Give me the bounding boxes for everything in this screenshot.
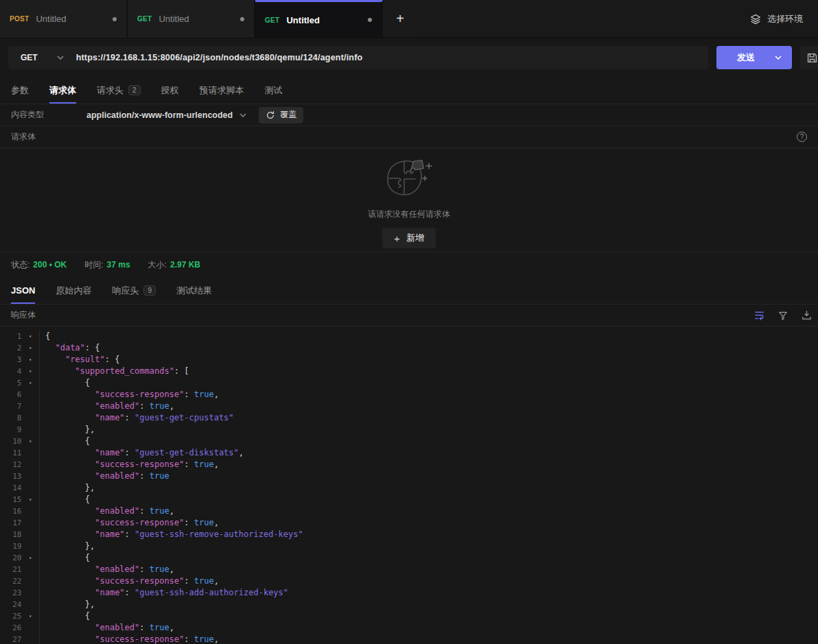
response-section-tab[interactable]: 原始内容 [56,277,91,304]
code-line: 22 "success-response": true, [0,575,818,587]
line-number: 23 [0,587,21,599]
line-number: 19 [0,540,21,552]
gutter: 21 [0,564,40,575]
response-section-tab-label: JSON [11,285,35,296]
code-text: "name": "guest-ssh-add-authorized-keys" [40,587,288,599]
new-tab-button[interactable]: + [383,0,417,38]
status-value: 200 • OK [33,260,67,270]
fold-spacer [21,622,39,634]
code-text: "success-response": true, [40,575,219,587]
fold-arrow-icon[interactable]: ▾ [21,610,39,622]
request-section-tab-label: 请求体 [49,84,76,97]
fold-spacer [21,459,39,470]
fold-arrow-icon[interactable]: ▾ [21,366,39,377]
response-status-bar: 状态: 200 • OK 时间: 37 ms 大小: 2.97 KB [0,252,818,277]
request-section-tab[interactable]: 预请求脚本 [200,77,244,104]
fold-arrow-icon[interactable]: ▾ [21,494,39,505]
code-text: "success-response": true, [40,389,219,401]
code-text: "enabled": true [40,470,170,482]
code-text: }, [40,540,95,552]
line-number: 11 [0,447,21,459]
code-text: "result": { [40,354,119,366]
request-tab[interactable]: GETUntitled [128,0,255,38]
code-text: }, [40,599,95,610]
wrap-lines-button[interactable] [753,309,765,321]
code-text: "enabled": true, [40,401,174,412]
gutter: 24 [0,599,40,610]
gutter: 1▾ [0,331,40,342]
gutter: 7 [0,401,40,412]
code-line: 8 "name": "guest-get-cpustats" [0,412,818,424]
filter-button[interactable] [778,310,788,321]
code-line: 13 "enabled": true [0,470,818,482]
request-section-tab[interactable]: 授权 [161,77,179,104]
add-body-button[interactable]: + 新增 [382,228,436,248]
fold-arrow-icon[interactable]: ▾ [21,331,39,342]
fold-spacer [21,529,39,540]
code-text: { [40,494,90,505]
line-number: 26 [0,622,21,634]
save-icon [806,51,818,64]
code-line: 5▾ { [0,377,818,389]
response-section-tab[interactable]: JSON [11,277,35,304]
environment-selector[interactable]: 选择环境 [749,13,803,25]
empty-body-text: 该请求没有任何请求体 [368,208,450,220]
code-text: { [40,610,90,622]
request-tab[interactable]: GETUntitled [255,0,383,38]
count-badge: 9 [143,285,156,296]
code-text: "success-response": true, [40,459,219,470]
override-button[interactable]: 覆盖 [259,107,303,123]
code-line: 2▾ "data": { [0,342,818,354]
url-input[interactable]: https://192.168.1.15:8006/api2/json/node… [76,53,363,62]
response-size: 大小: 2.97 KB [148,259,200,271]
gutter: 12 [0,459,40,470]
request-section-tab[interactable]: 测试 [265,77,283,104]
response-json-viewer[interactable]: 1▾{2▾ "data": {3▾ "result": {4▾ "support… [0,326,818,644]
code-line: 4▾ "supported_commands": [ [0,366,818,377]
fold-arrow-icon[interactable]: ▾ [21,377,39,389]
method-selector[interactable]: GET [8,53,76,62]
response-section-tab[interactable]: 响应头9 [112,277,156,304]
code-line: 14 }, [0,482,818,494]
request-section-tab[interactable]: 请求体 [49,77,76,104]
code-text: "supported_commands": [ [40,366,189,377]
fold-arrow-icon[interactable]: ▾ [21,342,39,354]
fold-spacer [21,401,39,412]
gutter: 5▾ [0,377,40,389]
request-tabs-strip: POSTUntitledGETUntitledGETUntitled [0,0,383,38]
request-section-tab[interactable]: 参数 [11,77,29,104]
line-number: 10 [0,436,21,447]
filter-icon [778,310,788,321]
request-tab[interactable]: POSTUntitled [0,0,128,38]
response-body-label: 响应体 [11,309,36,321]
gutter: 27 [0,634,40,644]
line-number: 27 [0,634,21,644]
save-button[interactable] [800,46,818,69]
response-section-tab[interactable]: 测试结果 [176,277,212,304]
response-section-tab-label: 原始内容 [56,285,91,297]
download-button[interactable] [801,309,813,321]
line-number: 9 [0,424,21,436]
line-number: 12 [0,459,21,470]
line-number: 1 [0,331,21,342]
request-url-bar: GET https://192.168.1.15:8006/api2/json/… [8,46,708,69]
fold-spacer [21,564,39,575]
code-line: 25▾ { [0,610,818,622]
layers-icon [749,13,762,25]
code-text: "enabled": true, [40,564,174,575]
chevron-down-icon [775,56,782,60]
request-section-tab[interactable]: 请求头2 [97,77,141,104]
fold-arrow-icon[interactable]: ▾ [21,354,39,366]
gutter: 8 [0,412,40,424]
response-time: 时间: 37 ms [84,259,130,271]
gutter: 18 [0,529,40,540]
code-text: "success-response": true, [40,634,219,644]
content-type-select[interactable]: application/x-www-form-urlencoded [86,110,246,120]
help-icon[interactable]: ? [797,132,807,142]
fold-arrow-icon[interactable]: ▾ [21,552,39,564]
code-text: "name": "guest-ssh-remove-authorized-key… [40,529,303,540]
fold-arrow-icon[interactable]: ▾ [21,436,39,447]
fold-spacer [21,412,39,424]
send-button[interactable]: 发送 [716,46,792,69]
content-type-value: application/x-www-form-urlencoded [86,110,233,120]
